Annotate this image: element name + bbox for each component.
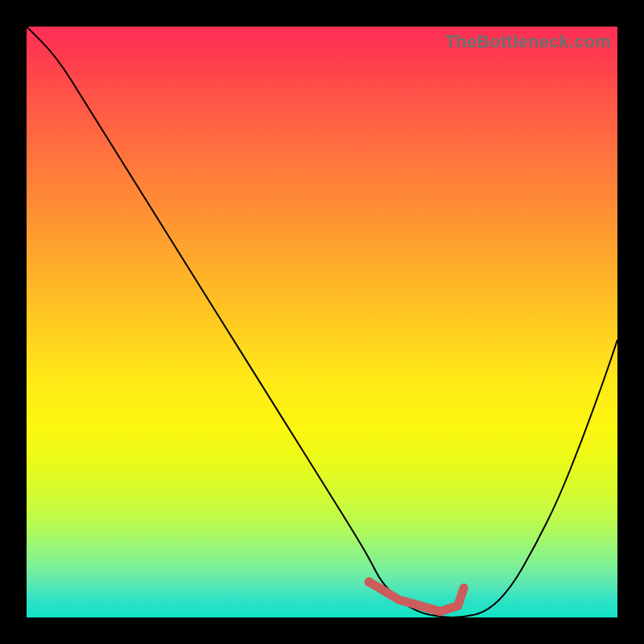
chart-frame: TheBottleneck.com xyxy=(0,0,644,644)
bottleneck-curve xyxy=(27,27,617,617)
optimal-range-line xyxy=(369,582,464,612)
chart-svg xyxy=(27,27,617,617)
plot-area: TheBottleneck.com xyxy=(27,27,617,617)
